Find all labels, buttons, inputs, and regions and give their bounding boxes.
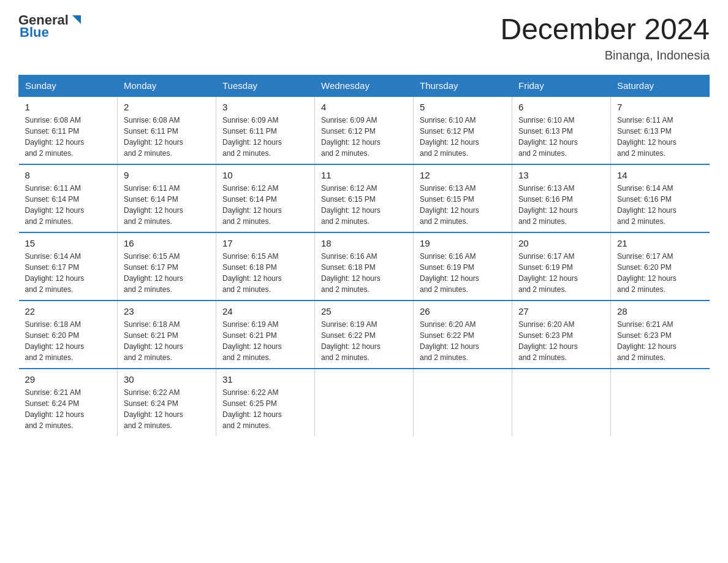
calendar-table: SundayMondayTuesdayWednesdayThursdayFrid… — [18, 75, 710, 436]
calendar-cell: 15Sunrise: 6:14 AMSunset: 6:17 PMDayligh… — [19, 232, 118, 301]
day-info: Sunrise: 6:11 AMSunset: 6:13 PMDaylight:… — [617, 115, 703, 159]
day-number: 19 — [420, 238, 506, 248]
day-info: Sunrise: 6:14 AMSunset: 6:16 PMDaylight:… — [617, 183, 703, 227]
day-number: 30 — [124, 374, 210, 385]
day-number: 17 — [222, 238, 308, 248]
day-info: Sunrise: 6:20 AMSunset: 6:23 PMDaylight:… — [518, 319, 604, 363]
calendar-cell: 20Sunrise: 6:17 AMSunset: 6:19 PMDayligh… — [512, 232, 611, 301]
calendar-cell — [512, 369, 611, 436]
title-block: December 2024 Binanga, Indonesia — [500, 12, 710, 63]
col-header-friday: Friday — [512, 75, 611, 97]
day-number: 26 — [420, 306, 506, 316]
day-number: 6 — [518, 102, 604, 112]
calendar-cell: 12Sunrise: 6:13 AMSunset: 6:15 PMDayligh… — [414, 164, 512, 232]
calendar-week-row: 22Sunrise: 6:18 AMSunset: 6:20 PMDayligh… — [19, 301, 710, 369]
calendar-cell: 1Sunrise: 6:08 AMSunset: 6:11 PMDaylight… — [19, 96, 118, 164]
day-info: Sunrise: 6:09 AMSunset: 6:11 PMDaylight:… — [222, 115, 308, 159]
calendar-cell: 19Sunrise: 6:16 AMSunset: 6:19 PMDayligh… — [414, 232, 512, 301]
calendar-cell: 13Sunrise: 6:13 AMSunset: 6:16 PMDayligh… — [512, 164, 611, 232]
day-info: Sunrise: 6:18 AMSunset: 6:21 PMDaylight:… — [124, 319, 210, 363]
day-number: 11 — [321, 170, 407, 180]
day-number: 31 — [222, 374, 308, 385]
day-number: 7 — [617, 102, 703, 112]
calendar-cell: 11Sunrise: 6:12 AMSunset: 6:15 PMDayligh… — [315, 164, 414, 232]
day-info: Sunrise: 6:22 AMSunset: 6:25 PMDaylight:… — [222, 387, 308, 431]
calendar-header-row: SundayMondayTuesdayWednesdayThursdayFrid… — [19, 75, 710, 97]
day-number: 29 — [25, 374, 112, 385]
calendar-cell: 21Sunrise: 6:17 AMSunset: 6:20 PMDayligh… — [611, 232, 710, 301]
day-info: Sunrise: 6:20 AMSunset: 6:22 PMDaylight:… — [420, 319, 506, 363]
calendar-week-row: 29Sunrise: 6:21 AMSunset: 6:24 PMDayligh… — [19, 369, 710, 436]
day-number: 2 — [124, 102, 210, 112]
day-info: Sunrise: 6:19 AMSunset: 6:22 PMDaylight:… — [321, 319, 407, 363]
calendar-cell: 14Sunrise: 6:14 AMSunset: 6:16 PMDayligh… — [611, 164, 710, 232]
day-number: 27 — [518, 306, 604, 316]
day-number: 22 — [25, 306, 112, 316]
day-number: 13 — [518, 170, 604, 180]
day-info: Sunrise: 6:16 AMSunset: 6:18 PMDaylight:… — [321, 251, 407, 295]
day-number: 4 — [321, 102, 407, 112]
day-number: 28 — [617, 306, 703, 316]
calendar-subtitle: Binanga, Indonesia — [500, 48, 710, 63]
day-info: Sunrise: 6:21 AMSunset: 6:23 PMDaylight:… — [617, 319, 703, 363]
calendar-week-row: 1Sunrise: 6:08 AMSunset: 6:11 PMDaylight… — [19, 96, 710, 164]
day-info: Sunrise: 6:11 AMSunset: 6:14 PMDaylight:… — [25, 183, 112, 227]
calendar-cell: 28Sunrise: 6:21 AMSunset: 6:23 PMDayligh… — [611, 301, 710, 369]
calendar-title: December 2024 — [500, 12, 710, 46]
day-info: Sunrise: 6:12 AMSunset: 6:14 PMDaylight:… — [222, 183, 308, 227]
day-info: Sunrise: 6:21 AMSunset: 6:24 PMDaylight:… — [25, 387, 112, 431]
day-number: 1 — [25, 102, 112, 112]
calendar-cell: 31Sunrise: 6:22 AMSunset: 6:25 PMDayligh… — [216, 369, 315, 436]
col-header-monday: Monday — [118, 75, 216, 97]
col-header-wednesday: Wednesday — [315, 75, 414, 97]
calendar-cell: 4Sunrise: 6:09 AMSunset: 6:12 PMDaylight… — [315, 96, 414, 164]
day-number: 21 — [617, 238, 703, 248]
day-number: 12 — [420, 170, 506, 180]
day-info: Sunrise: 6:15 AMSunset: 6:17 PMDaylight:… — [124, 251, 210, 295]
calendar-cell: 23Sunrise: 6:18 AMSunset: 6:21 PMDayligh… — [118, 301, 216, 369]
day-number: 18 — [321, 238, 407, 248]
day-number: 14 — [617, 170, 703, 180]
calendar-cell: 9Sunrise: 6:11 AMSunset: 6:14 PMDaylight… — [118, 164, 216, 232]
day-info: Sunrise: 6:22 AMSunset: 6:24 PMDaylight:… — [124, 387, 210, 431]
day-info: Sunrise: 6:13 AMSunset: 6:15 PMDaylight:… — [420, 183, 506, 227]
calendar-cell: 2Sunrise: 6:08 AMSunset: 6:11 PMDaylight… — [118, 96, 216, 164]
svg-marker-0 — [72, 15, 81, 24]
col-header-thursday: Thursday — [414, 75, 512, 97]
calendar-cell: 24Sunrise: 6:19 AMSunset: 6:21 PMDayligh… — [216, 301, 315, 369]
day-number: 10 — [222, 170, 308, 180]
day-info: Sunrise: 6:09 AMSunset: 6:12 PMDaylight:… — [321, 115, 407, 159]
calendar-cell: 16Sunrise: 6:15 AMSunset: 6:17 PMDayligh… — [118, 232, 216, 301]
col-header-sunday: Sunday — [19, 75, 118, 97]
day-number: 9 — [124, 170, 210, 180]
calendar-cell: 8Sunrise: 6:11 AMSunset: 6:14 PMDaylight… — [19, 164, 118, 232]
day-info: Sunrise: 6:15 AMSunset: 6:18 PMDaylight:… — [222, 251, 308, 295]
day-info: Sunrise: 6:18 AMSunset: 6:20 PMDaylight:… — [25, 319, 112, 363]
calendar-cell: 6Sunrise: 6:10 AMSunset: 6:13 PMDaylight… — [512, 96, 611, 164]
calendar-week-row: 15Sunrise: 6:14 AMSunset: 6:17 PMDayligh… — [19, 232, 710, 301]
day-info: Sunrise: 6:08 AMSunset: 6:11 PMDaylight:… — [124, 115, 210, 159]
day-number: 20 — [518, 238, 604, 248]
page-header: General Blue December 2024 Binanga, Indo… — [18, 12, 710, 63]
calendar-cell: 18Sunrise: 6:16 AMSunset: 6:18 PMDayligh… — [315, 232, 414, 301]
calendar-cell — [611, 369, 710, 436]
calendar-cell: 10Sunrise: 6:12 AMSunset: 6:14 PMDayligh… — [216, 164, 315, 232]
day-info: Sunrise: 6:11 AMSunset: 6:14 PMDaylight:… — [124, 183, 210, 227]
day-info: Sunrise: 6:08 AMSunset: 6:11 PMDaylight:… — [25, 115, 112, 159]
calendar-cell: 25Sunrise: 6:19 AMSunset: 6:22 PMDayligh… — [315, 301, 414, 369]
calendar-cell: 27Sunrise: 6:20 AMSunset: 6:23 PMDayligh… — [512, 301, 611, 369]
logo: General Blue — [18, 12, 83, 40]
day-number: 24 — [222, 306, 308, 316]
day-number: 25 — [321, 306, 407, 316]
col-header-saturday: Saturday — [611, 75, 710, 97]
calendar-cell: 22Sunrise: 6:18 AMSunset: 6:20 PMDayligh… — [19, 301, 118, 369]
calendar-cell: 3Sunrise: 6:09 AMSunset: 6:11 PMDaylight… — [216, 96, 315, 164]
logo-blue-text: Blue — [20, 25, 83, 40]
day-number: 3 — [222, 102, 308, 112]
day-info: Sunrise: 6:19 AMSunset: 6:21 PMDaylight:… — [222, 319, 308, 363]
calendar-cell — [414, 369, 512, 436]
calendar-week-row: 8Sunrise: 6:11 AMSunset: 6:14 PMDaylight… — [19, 164, 710, 232]
day-number: 8 — [25, 170, 112, 180]
calendar-cell: 17Sunrise: 6:15 AMSunset: 6:18 PMDayligh… — [216, 232, 315, 301]
calendar-cell — [315, 369, 414, 436]
